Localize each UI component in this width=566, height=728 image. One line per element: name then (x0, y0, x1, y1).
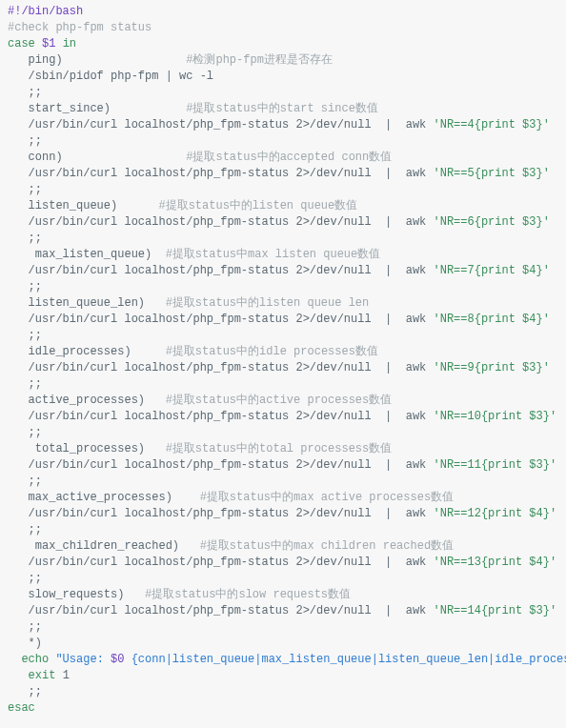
case-devnull-10: >/dev/null (303, 556, 372, 569)
case-term-7: ;; (29, 426, 42, 439)
case-term-9: ;; (29, 523, 42, 536)
case-curl-9: /usr/bin/curl localhost/php_fpm-status 2 (29, 507, 303, 520)
shebang-line: #!/bin/bash (8, 5, 83, 18)
case-curl-6: /usr/bin/curl localhost/php_fpm-status 2 (29, 361, 303, 374)
case-devnull-5: >/dev/null (303, 313, 372, 326)
case-label-9: max_active_processes) (29, 491, 172, 504)
case-comment-6: #提取status中的idle processes数值 (166, 345, 378, 358)
case-comment-4: #提取status中max listen queue数值 (166, 248, 381, 261)
case-pipe-11: | awk (372, 604, 434, 617)
case-curl-1: /usr/bin/curl localhost/php_fpm-status 2 (29, 118, 303, 131)
case-devnull-9: >/dev/null (303, 507, 372, 520)
case-label-5: listen_queue_len) (29, 296, 145, 310)
code-block[interactable]: #!/bin/bash #check php-fpm status case $… (0, 0, 566, 720)
header-comment: #check php-fpm status (8, 21, 152, 34)
case-comment-1: #提取status中的start since数值 (186, 102, 378, 115)
case-pipe-6: | awk (372, 361, 434, 374)
case-devnull-2: >/dev/null (303, 167, 372, 180)
case-curl-10: /usr/bin/curl localhost/php_fpm-status 2 (29, 556, 303, 569)
case-curl-5: /usr/bin/curl localhost/php_fpm-status 2 (29, 313, 303, 326)
case-curl-7: /usr/bin/curl localhost/php_fpm-status 2 (29, 410, 303, 423)
case-devnull-8: >/dev/null (303, 458, 372, 472)
case-comment-8: #提取status中的total processess数值 (166, 442, 393, 455)
case-awk-7: 'NR==10{print $3}' (433, 410, 556, 423)
usage-quote-open: "Usage: (55, 653, 111, 666)
case-curl-4: /usr/bin/curl localhost/php_fpm-status 2 (29, 264, 303, 277)
case-term-1: ;; (29, 134, 42, 148)
case-awk-10: 'NR==13{print $4}' (433, 556, 556, 569)
case-label-7: active_processes) (29, 394, 145, 407)
case-comment-9: #提取status中的max active processes数值 (200, 491, 454, 504)
case-term-0: ;; (29, 86, 42, 99)
case-awk-6: 'NR==9{print $3}' (433, 361, 549, 374)
case-awk-4: 'NR==7{print $4}' (433, 264, 549, 277)
case-pipe-4: | awk (372, 264, 434, 277)
usage-variable: $0 (111, 653, 124, 666)
case-label-8: total_processes) (29, 442, 145, 455)
echo-keyword: echo (21, 653, 49, 666)
case-comment-11: #提取status中的slow requests数值 (145, 588, 351, 601)
case-label-10: max_children_reached) (29, 539, 179, 553)
case-default-label: *) (29, 637, 42, 650)
case-comment-3: #提取status中的listen queue数值 (158, 199, 357, 212)
case-label-4: max_listen_queue) (29, 248, 152, 261)
case-devnull-4: >/dev/null (303, 264, 372, 277)
case-term-6: ;; (29, 377, 42, 391)
case-awk-3: 'NR==6{print $3}' (433, 215, 549, 229)
case-devnull-11: >/dev/null (303, 604, 372, 617)
case-devnull-1: >/dev/null (303, 118, 372, 131)
case-body-0: /sbin/pidof php-fpm | wc -l (29, 70, 213, 83)
case-devnull-6: >/dev/null (303, 361, 372, 374)
case-devnull-3: >/dev/null (303, 215, 372, 229)
case-awk-5: 'NR==8{print $4}' (433, 313, 549, 326)
case-label-3: listen_queue) (29, 199, 118, 212)
case-label-2: conn) (29, 151, 63, 164)
case-awk-11: 'NR==14{print $3}' (433, 604, 556, 617)
case-awk-2: 'NR==5{print $3}' (433, 167, 549, 180)
case-curl-3: /usr/bin/curl localhost/php_fpm-status 2 (29, 215, 303, 229)
case-curl-8: /usr/bin/curl localhost/php_fpm-status 2 (29, 458, 303, 472)
case-label-11: slow_requests) (29, 588, 125, 601)
case-pipe-3: | awk (372, 215, 434, 229)
in-keyword: in (63, 37, 76, 51)
case-comment-0: #检测php-fpm进程是否存在 (186, 53, 333, 67)
case-curl-11: /usr/bin/curl localhost/php_fpm-status 2 (29, 604, 303, 617)
case-term-4: ;; (29, 280, 42, 293)
case-pipe-9: | awk (372, 507, 434, 520)
case-awk-8: 'NR==11{print $3}' (433, 458, 556, 472)
esac-keyword: esac (8, 701, 35, 715)
case-term-8: ;; (29, 475, 42, 488)
case-awk-9: 'NR==12{print $4}' (433, 507, 556, 520)
case-term-10: ;; (29, 572, 42, 585)
case-comment-5: #提取status中的listen queue len (166, 296, 370, 310)
case-term-3: ;; (29, 232, 42, 245)
case-label-0: ping) (29, 53, 63, 67)
case-label-6: idle_processes) (29, 345, 131, 358)
case-devnull-7: >/dev/null (303, 410, 372, 423)
case-variable: $1 (42, 37, 55, 51)
case-pipe-2: | awk (372, 167, 434, 180)
case-awk-1: 'NR==4{print $3}' (433, 118, 549, 131)
exit-keyword: exit (29, 669, 56, 682)
case-term-final: ;; (29, 685, 42, 698)
exit-code: 1 (63, 669, 70, 682)
case-comment-2: #提取status中的accepted conn数值 (186, 151, 392, 164)
case-term-5: ;; (29, 329, 42, 342)
usage-text: {conn|listen_queue|max_listen_queue|list… (124, 653, 566, 666)
case-pipe-5: | awk (372, 313, 434, 326)
case-keyword: case (8, 37, 35, 51)
case-comment-7: #提取status中的active processes数值 (166, 394, 393, 407)
case-term-2: ;; (29, 183, 42, 196)
case-comment-10: #提取status中的max children reached数值 (200, 539, 454, 553)
case-pipe-1: | awk (372, 118, 434, 131)
case-pipe-7: | awk (372, 410, 434, 423)
case-term-11: ;; (29, 620, 42, 634)
case-curl-2: /usr/bin/curl localhost/php_fpm-status 2 (29, 167, 303, 180)
case-pipe-10: | awk (372, 556, 434, 569)
case-pipe-8: | awk (372, 458, 434, 472)
case-label-1: start_since) (29, 102, 111, 115)
